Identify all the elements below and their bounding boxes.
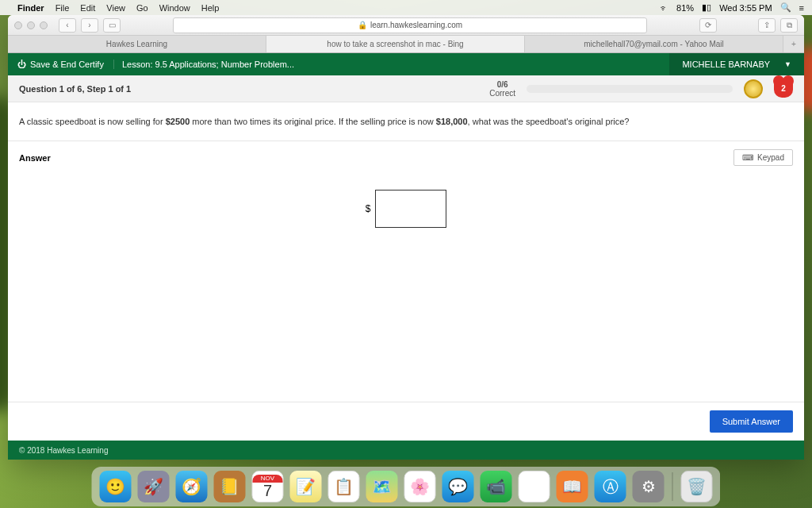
dock-itunes[interactable]: ♪ [519, 471, 550, 502]
menu-file[interactable]: File [56, 3, 70, 13]
app-topbar: ⏻ Save & End Certify Lesson: 9.5 Applica… [8, 53, 804, 75]
medal-icon [744, 79, 763, 98]
spotlight-icon[interactable]: 🔍 [780, 2, 791, 13]
dock-appstore[interactable]: Ⓐ [595, 471, 626, 502]
page-footer: © 2018 Hawkes Learning [8, 441, 804, 460]
dock-messages[interactable]: 💬 [442, 471, 474, 502]
power-icon: ⏻ [17, 60, 26, 69]
menu-edit[interactable]: Edit [80, 3, 95, 13]
dock-launchpad[interactable]: 🚀 [138, 471, 170, 502]
progress-bar [527, 85, 733, 93]
dock-trash[interactable]: 🗑️ [681, 471, 713, 502]
mac-dock: 🙂 🚀 🧭 📒 NOV 7 📝 📋 🗺️ 🌸 💬 📹 ♪ 📖 Ⓐ ⚙ 🗑️ [92, 467, 721, 506]
question-header: Question 1 of 6, Step 1 of 1 0/6 Correct… [8, 75, 804, 102]
user-name: MICHELLE BARNABY [682, 60, 770, 69]
safari-tabs: Hawkes Learning how to take a screenshot… [8, 36, 804, 53]
dock-sysprefs[interactable]: ⚙ [633, 471, 665, 502]
dock-ibooks[interactable]: 📖 [557, 471, 588, 502]
window-controls[interactable] [14, 21, 48, 29]
tab-hawkes[interactable]: Hawkes Learning [8, 36, 266, 52]
question-card: Question 1 of 6, Step 1 of 1 0/6 Correct… [8, 75, 804, 441]
back-button[interactable]: ‹ [59, 18, 76, 33]
new-tab-button[interactable]: + [783, 36, 804, 52]
question-text: A classic speedboat is now selling for $… [8, 102, 804, 141]
currency-symbol: $ [366, 203, 371, 214]
url-bar[interactable]: 🔒 learn.hawkeslearning.com [173, 17, 647, 33]
caret-down-icon: ▼ [784, 60, 791, 68]
page-content: ⏻ Save & End Certify Lesson: 9.5 Applica… [8, 53, 804, 460]
dock-maps[interactable]: 🗺️ [366, 471, 398, 502]
dock-reminders[interactable]: 📋 [328, 471, 360, 502]
question-title: Question 1 of 6, Step 1 of 1 [19, 84, 131, 94]
menu-view[interactable]: View [106, 3, 125, 13]
menu-window[interactable]: Window [159, 3, 190, 13]
answer-label: Answer [19, 153, 51, 163]
tab-yahoo[interactable]: michellehall70@ymail.com - Yahoo Mail [525, 36, 783, 52]
dock-notes[interactable]: 📝 [290, 471, 322, 502]
menu-go[interactable]: Go [136, 3, 148, 13]
tabs-button[interactable]: ⧉ [780, 18, 798, 33]
keypad-icon: ⌨ [742, 153, 753, 162]
answer-header: Answer ⌨ Keypad [8, 141, 804, 174]
dock-separator [672, 472, 673, 501]
dock-safari[interactable]: 🧭 [176, 471, 208, 502]
safari-window: ‹ › ▭ 🔒 learn.hawkeslearning.com ⟳ ⇪ ⧉ H… [8, 15, 804, 460]
wifi-icon[interactable]: ᯤ [660, 3, 668, 13]
url-text: learn.hawkeslearning.com [370, 21, 462, 29]
submit-answer-button[interactable]: Submit Answer [710, 410, 793, 433]
menubar-app[interactable]: Finder [17, 3, 44, 13]
dock-calendar[interactable]: NOV 7 [252, 471, 284, 502]
forward-button[interactable]: › [81, 18, 98, 33]
save-end-certify[interactable]: ⏻ Save & End Certify [8, 60, 113, 69]
battery-pct: 81% [676, 3, 694, 13]
keypad-button[interactable]: ⌨ Keypad [733, 149, 793, 166]
answer-area: $ [8, 174, 804, 402]
lesson-title: Lesson: 9.5 Applications; Number Problem… [113, 60, 302, 69]
reload-button[interactable]: ⟳ [699, 18, 717, 33]
dock-facetime[interactable]: 📹 [481, 471, 512, 502]
dock-photos[interactable]: 🌸 [404, 471, 436, 502]
share-button[interactable]: ⇪ [758, 18, 776, 33]
submit-row: Submit Answer [8, 402, 804, 441]
menu-icon[interactable]: ≡ [799, 3, 804, 13]
safari-toolbar: ‹ › ▭ 🔒 learn.hawkeslearning.com ⟳ ⇪ ⧉ [8, 15, 804, 36]
user-menu[interactable]: MICHELLE BARNABY ▼ [669, 53, 804, 75]
battery-icon: ▮▯ [702, 2, 711, 13]
answer-input[interactable] [375, 190, 446, 228]
clock[interactable]: Wed 3:55 PM [719, 3, 772, 13]
dock-contacts[interactable]: 📒 [214, 471, 246, 502]
heart-lives: 2 [774, 80, 793, 98]
score-display: 0/6 Correct [489, 80, 515, 98]
tab-bing[interactable]: how to take a screenshot in mac - Bing [266, 36, 525, 52]
menu-help[interactable]: Help [201, 3, 220, 13]
mac-menubar: Finder File Edit View Go Window Help ᯤ 8… [0, 0, 812, 15]
sidebar-button[interactable]: ▭ [103, 18, 121, 33]
dock-finder[interactable]: 🙂 [100, 471, 132, 502]
lock-icon: 🔒 [358, 21, 367, 29]
